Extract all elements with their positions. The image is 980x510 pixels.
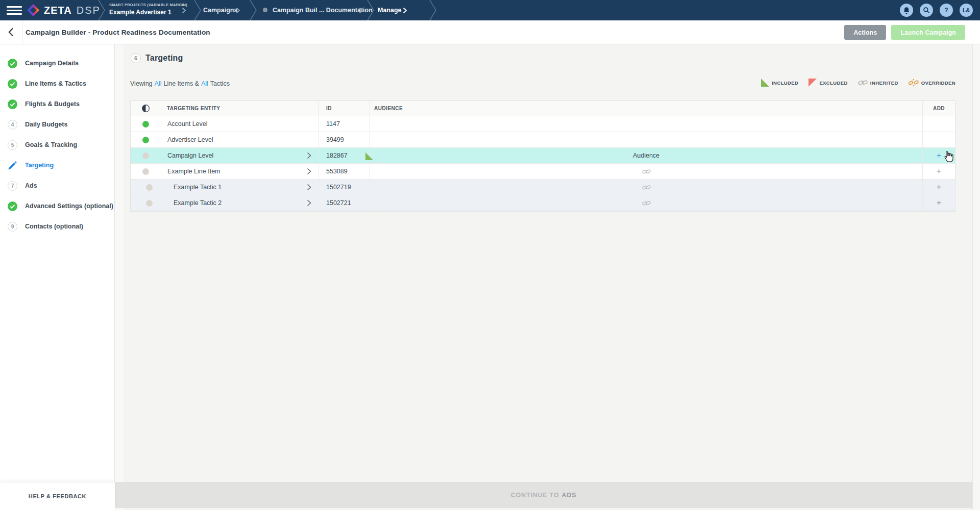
sidebar-item-label: Line Items & Tactics <box>25 80 86 87</box>
targeting-legend: INCLUDED EXCLUDED INHERITED OVERRIDDEN <box>761 79 955 87</box>
sidebar-item-advanced-settings[interactable]: Advanced Settings (optional) <box>0 196 115 216</box>
sidebar-item-label: Goals & Tracking <box>25 141 77 148</box>
table-header-row: TARGETING ENTITY ID AUDIENCE ADD <box>131 101 955 116</box>
legend-excluded: EXCLUDED <box>808 79 847 87</box>
sidebar-item-line-items-tactics[interactable]: Line Items & Tactics <box>0 73 115 94</box>
step-number-badge: 6 <box>131 53 141 63</box>
breadcrumb-campaigns[interactable]: Campaigns <box>203 0 237 20</box>
status-dot <box>146 184 153 191</box>
expand-chevron-icon[interactable] <box>307 199 311 207</box>
entity-label: Advertiser Level <box>167 136 213 143</box>
all-tactics-link[interactable]: All <box>201 80 208 87</box>
column-header-add: ADD <box>923 101 955 116</box>
breadcrumb-project-eyebrow: SMART PROJECTS (VARIABLE MARGIN) <box>109 3 187 7</box>
step-number-icon: 5 <box>8 140 17 150</box>
table-row-example-line-item[interactable]: Example Line Item 553089 + <box>131 164 955 180</box>
legend-inherited: INHERITED <box>858 79 898 86</box>
top-navigation-bar: ZETA DSP SMART PROJECTS (VARIABLE MARGIN… <box>0 0 980 20</box>
help-feedback-button[interactable]: HELP & FEEDBACK <box>0 482 115 510</box>
help-icon[interactable]: ? <box>940 4 953 17</box>
breadcrumb-manage[interactable]: Manage <box>378 0 402 20</box>
breadcrumb-separator <box>429 0 436 20</box>
sidebar-item-daily-budgets[interactable]: 4 Daily Budgets <box>0 114 115 135</box>
breadcrumb-separator <box>367 0 374 20</box>
breadcrumb-advertiser[interactable]: SMART PROJECTS (VARIABLE MARGIN) Example… <box>109 3 187 16</box>
back-chevron-icon[interactable] <box>8 28 14 37</box>
table-row-account-level[interactable]: Account Level 1147 <box>131 116 955 132</box>
section-title: Targeting <box>145 54 183 63</box>
zeta-diamond-icon <box>27 4 40 17</box>
scrollbar-track[interactable] <box>972 44 980 510</box>
column-header-audience: AUDIENCE <box>370 101 923 116</box>
avatar[interactable]: L& <box>960 4 973 17</box>
content-gutter <box>115 44 125 510</box>
expand-chevron-icon[interactable] <box>307 184 311 191</box>
chevron-right-icon[interactable] <box>236 7 240 14</box>
breadcrumb-separator <box>194 0 201 20</box>
all-line-items-link[interactable]: All <box>155 80 162 87</box>
legend-label: OVERRIDDEN <box>921 80 955 86</box>
viewing-prefix: Viewing <box>130 80 153 87</box>
sidebar-item-label: Campaign Details <box>25 60 79 67</box>
add-targeting-button[interactable]: + <box>937 183 941 191</box>
actions-button[interactable]: Actions <box>844 25 886 40</box>
legend-label: EXCLUDED <box>819 80 847 86</box>
entity-label: Example Tactic 1 <box>174 184 222 191</box>
search-icon[interactable] <box>920 4 933 17</box>
sidebar-item-ads[interactable]: 7 Ads <box>0 175 115 196</box>
continue-to-ads-button[interactable]: CONTINUE TO ADS <box>115 482 972 508</box>
sidebar-item-contacts[interactable]: 9 Contacts (optional) <box>0 216 115 237</box>
chevron-right-icon[interactable] <box>182 7 186 14</box>
entity-label: Example Line Item <box>167 168 220 175</box>
add-targeting-button[interactable]: + <box>937 199 941 207</box>
launch-campaign-button[interactable]: Launch Campaign <box>891 25 965 40</box>
column-header-targeting-entity: TARGETING ENTITY <box>161 101 319 116</box>
check-circle-icon <box>8 79 17 89</box>
table-row-advertiser-level[interactable]: Advertiser Level 39499 <box>131 132 955 148</box>
legend-included: INCLUDED <box>761 79 798 87</box>
table-row-example-tactic-2[interactable]: Example Tactic 2 1502721 + <box>131 195 955 211</box>
notifications-bell-icon[interactable] <box>900 4 913 17</box>
legend-overridden: OVERRIDDEN <box>909 79 955 87</box>
campaign-status-dot <box>263 8 267 12</box>
add-targeting-button[interactable]: + <box>937 167 941 175</box>
logo-brand-text: ZETA <box>44 5 72 16</box>
legend-label: INHERITED <box>870 80 898 86</box>
step-number-icon: 7 <box>8 181 17 191</box>
broken-chain-icon <box>909 79 919 87</box>
zeta-dsp-logo[interactable]: ZETA DSP <box>27 4 101 17</box>
sidebar-item-flights-budgets[interactable]: Flights & Budgets <box>0 94 115 114</box>
audience-chip[interactable]: Audience <box>633 152 659 159</box>
table-row-campaign-level[interactable]: Campaign Level 182867 Audience + <box>131 148 955 164</box>
sidebar-item-campaign-details[interactable]: Campaign Details <box>0 53 115 73</box>
viewing-filter-line: ViewingAllLine Items &AllTactics <box>130 80 232 87</box>
sidebar-item-label: Ads <box>25 182 37 189</box>
chevron-right-icon[interactable] <box>403 7 407 14</box>
sidebar-item-label: Contacts (optional) <box>25 223 83 230</box>
page-title: Campaign Builder - Product Readiness Doc… <box>26 20 210 44</box>
breadcrumb-campaign-builder[interactable]: Campaign Buil ... Documentation <box>273 0 373 20</box>
add-targeting-button[interactable]: + <box>937 151 941 160</box>
expand-chevron-icon[interactable] <box>307 168 311 175</box>
viewing-mid: Line Items & <box>163 80 199 87</box>
entity-label: Example Tactic 2 <box>174 199 222 207</box>
breadcrumb-advertiser-label: Example Advertiser 1 <box>109 9 187 16</box>
column-header-id: ID <box>319 101 370 116</box>
check-circle-icon <box>8 59 17 68</box>
half-circle-toggle-icon[interactable] <box>142 105 150 112</box>
chevron-right-icon[interactable] <box>359 7 363 14</box>
table-row-example-tactic-1[interactable]: Example Tactic 1 1502719 + <box>131 180 955 195</box>
included-triangle-icon <box>761 79 769 87</box>
breadcrumb-separator <box>98 0 105 20</box>
sidebar-item-targeting[interactable]: Targeting <box>0 155 115 175</box>
entity-id: 1502721 <box>319 195 370 211</box>
legend-label: INCLUDED <box>772 80 798 86</box>
sidebar-item-label: Advanced Settings (optional) <box>25 202 113 210</box>
sidebar-item-goals-tracking[interactable]: 5 Goals & Tracking <box>0 135 115 155</box>
expand-chevron-icon[interactable] <box>307 152 311 159</box>
hamburger-menu-icon[interactable] <box>7 6 22 14</box>
inherited-chain-link-icon <box>642 184 651 191</box>
check-circle-icon <box>8 201 17 211</box>
pencil-edit-icon <box>8 161 17 170</box>
status-dot <box>146 200 153 207</box>
